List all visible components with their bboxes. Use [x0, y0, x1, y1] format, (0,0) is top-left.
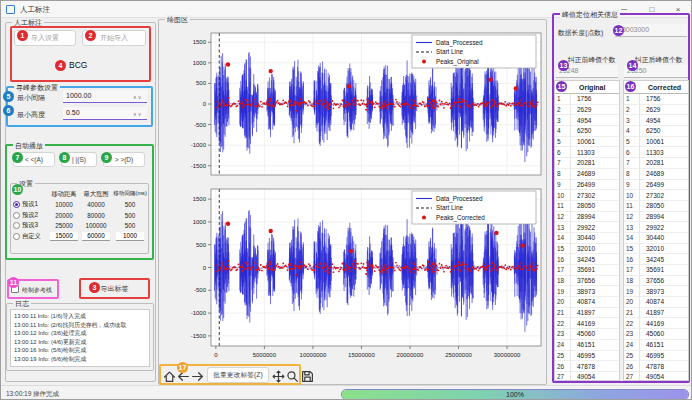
peak-table-row[interactable]: 611303 [624, 147, 688, 158]
row-index-cell[interactable]: 23 [555, 329, 571, 340]
original-peak-cell[interactable]: 32010 [571, 244, 619, 255]
corrected-peak-cell[interactable]: 26499 [640, 180, 688, 191]
original-peak-cell[interactable]: 27302 [571, 190, 619, 201]
corrected-peak-cell[interactable]: 35691 [640, 265, 688, 276]
peak-table-row[interactable]: 720281 [624, 158, 688, 169]
corrected-peaks-table[interactable]: Corrected 117562262934954462505100616113… [623, 80, 689, 381]
peak-table-row[interactable]: 1128050 [555, 201, 619, 212]
row-index-cell[interactable]: 20 [555, 297, 571, 308]
maximize-button[interactable]: □ [645, 3, 659, 16]
row-index-cell[interactable]: 7 [555, 158, 571, 169]
save-icon[interactable] [301, 369, 314, 382]
row-index-cell[interactable]: 12 [624, 212, 640, 223]
original-peaks-table[interactable]: Original 1175622629349544625051006161130… [554, 80, 620, 381]
peak-table-row[interactable]: 1329922 [624, 222, 688, 233]
peak-marker[interactable] [514, 86, 518, 90]
row-index-cell[interactable]: 11 [555, 201, 571, 212]
corrected-peak-cell[interactable]: 34245 [640, 254, 688, 265]
original-peak-cell[interactable]: 38973 [571, 286, 619, 297]
row-index-cell[interactable]: 2 [555, 105, 571, 116]
row-index-cell[interactable]: 19 [555, 286, 571, 297]
peak-table-row[interactable]: 720281 [555, 158, 619, 169]
row-index-cell[interactable]: 25 [555, 351, 571, 362]
row-index-cell[interactable]: 12 [555, 212, 571, 223]
row-index-cell[interactable]: 10 [624, 190, 640, 201]
peak-marker[interactable] [269, 69, 273, 73]
row-index-cell[interactable]: 5 [555, 137, 571, 148]
min-interval-spin-arrows[interactable]: ∧∨ [133, 94, 142, 100]
corrected-peak-cell[interactable]: 28050 [640, 201, 688, 212]
original-peak-cell[interactable]: 11303 [571, 147, 619, 158]
row-index-cell[interactable]: 22 [555, 318, 571, 329]
peak-table-row[interactable]: 926499 [624, 180, 688, 191]
peak-table-row[interactable]: 1532010 [624, 244, 688, 255]
peak-table-row[interactable]: 510061 [555, 137, 619, 148]
peak-table-row[interactable]: 34954 [624, 115, 688, 126]
corrected-peak-cell[interactable]: 24689 [640, 169, 688, 180]
original-peak-cell[interactable]: 28994 [571, 212, 619, 223]
original-peak-cell[interactable]: 49054 [571, 372, 619, 381]
row-index-cell[interactable]: 4 [624, 126, 640, 137]
row-index-cell[interactable]: 15 [624, 244, 640, 255]
row-index-cell[interactable]: 22 [624, 318, 640, 329]
minimize-button[interactable]: ─ [617, 3, 631, 16]
corrected-peak-cell[interactable]: 41897 [640, 308, 688, 319]
row-index-cell[interactable]: 24 [624, 340, 640, 351]
original-peak-cell[interactable]: 44169 [571, 318, 619, 329]
row-index-cell[interactable]: 14 [624, 233, 640, 244]
custom-distance-input[interactable] [50, 232, 78, 241]
peak-table-row[interactable]: 1228994 [555, 212, 619, 223]
peak-marker[interactable] [349, 249, 353, 253]
peak-marker[interactable] [488, 78, 492, 82]
zoom-icon[interactable] [286, 369, 299, 382]
row-index-cell[interactable]: 13 [555, 222, 571, 233]
peak-table-row[interactable]: 824689 [555, 169, 619, 180]
row-index-cell[interactable]: 27 [555, 372, 571, 381]
peak-table-row[interactable]: 2446151 [624, 340, 688, 351]
row-index-cell[interactable]: 11 [624, 201, 640, 212]
original-peak-cell[interactable]: 30440 [571, 233, 619, 244]
signal-charts[interactable]: -1500-1000-500050010001500Data_Processed… [160, 21, 544, 365]
peak-table-row[interactable]: 1938973 [555, 286, 619, 297]
peak-table-row[interactable]: 1837656 [624, 276, 688, 287]
original-peak-cell[interactable]: 45060 [571, 329, 619, 340]
peak-table-row[interactable]: 1532010 [555, 244, 619, 255]
row-index-cell[interactable]: 7 [624, 158, 640, 169]
original-peak-cell[interactable]: 24689 [571, 169, 619, 180]
peak-table-row[interactable]: 2040874 [555, 297, 619, 308]
original-peak-cell[interactable]: 6250 [571, 126, 619, 137]
peak-table-row[interactable]: 1329922 [555, 222, 619, 233]
original-peak-cell[interactable]: 4954 [571, 115, 619, 126]
original-peak-cell[interactable]: 26499 [571, 180, 619, 191]
peak-table-row[interactable]: 34954 [555, 115, 619, 126]
preset3-radio[interactable] [13, 222, 20, 229]
row-index-cell[interactable]: 17 [624, 265, 640, 276]
peak-table-row[interactable]: 2647878 [555, 361, 619, 372]
corrected-peak-cell[interactable]: 49054 [640, 372, 688, 381]
batch-change-labels-button[interactable]: 批量更改标签(Z) [207, 367, 269, 383]
original-peak-cell[interactable]: 40874 [571, 297, 619, 308]
row-index-cell[interactable]: 26 [555, 361, 571, 372]
close-button[interactable]: × [671, 3, 685, 16]
custom-radio[interactable] [13, 233, 20, 240]
peak-table-row[interactable]: 2446151 [555, 340, 619, 351]
peak-table-row[interactable]: 1735691 [624, 265, 688, 276]
peak-table-row[interactable]: 611303 [555, 147, 619, 158]
row-index-cell[interactable]: 8 [624, 169, 640, 180]
peak-table-row[interactable]: 2345060 [555, 329, 619, 340]
corrected-peak-cell[interactable]: 28994 [640, 212, 688, 223]
corrected-peak-cell[interactable]: 2629 [640, 105, 688, 116]
peak-marker[interactable] [226, 62, 230, 66]
peak-table-row[interactable]: 2141897 [555, 308, 619, 319]
peak-table-row[interactable]: 2040874 [624, 297, 688, 308]
preset2-radio-row[interactable]: 预设2 [13, 211, 49, 220]
peak-marker[interactable] [520, 243, 524, 247]
corrected-peak-cell[interactable]: 32010 [640, 244, 688, 255]
row-index-cell[interactable]: 21 [624, 308, 640, 319]
preset1-radio-row[interactable]: 预设1 [13, 200, 49, 209]
peak-table-row[interactable]: 2244169 [555, 318, 619, 329]
peak-table-row[interactable]: 2345060 [624, 329, 688, 340]
row-index-cell[interactable]: 16 [624, 254, 640, 265]
corrected-peak-cell[interactable]: 27302 [640, 190, 688, 201]
row-index-cell[interactable]: 23 [624, 329, 640, 340]
